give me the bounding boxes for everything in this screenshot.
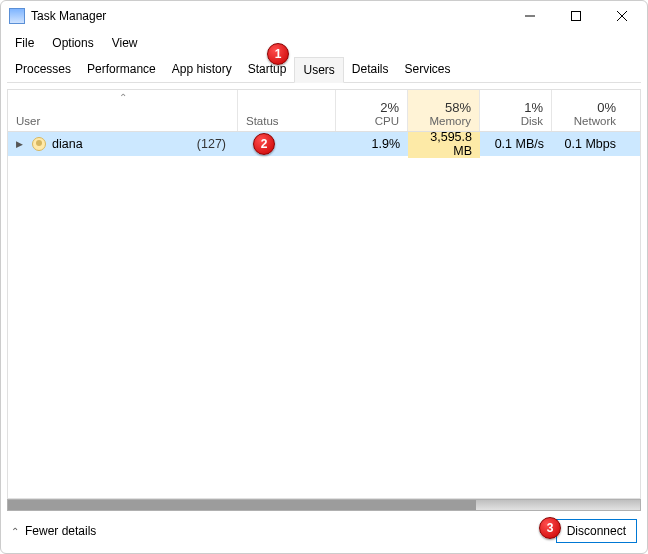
cell-cpu: 1.9% — [336, 137, 408, 151]
table-body: ▶ diana (127) 1.9% 3,595.8 MB 0.1 MB/s 0… — [8, 132, 640, 498]
callout-1: 1 — [267, 43, 289, 65]
window-controls — [507, 1, 645, 31]
cell-network: 0.1 Mbps — [552, 137, 624, 151]
user-name: diana — [52, 137, 83, 151]
column-headers: ⌃ User Status 2% CPU 58% Memory 1% Disk … — [8, 90, 640, 132]
scrollbar-thumb[interactable] — [8, 500, 476, 510]
column-status-label: Status — [246, 115, 327, 127]
menu-bar: File Options View — [1, 31, 647, 55]
cell-disk: 0.1 MB/s — [480, 137, 552, 151]
cell-user: ▶ diana (127) — [8, 137, 238, 151]
fewer-details-button[interactable]: ⌃ Fewer details — [11, 524, 96, 538]
fewer-details-label: Fewer details — [25, 524, 96, 538]
table-row[interactable]: ▶ diana (127) 1.9% 3,595.8 MB 0.1 MB/s 0… — [8, 132, 640, 156]
column-user[interactable]: ⌃ User — [8, 90, 238, 131]
column-user-label: User — [16, 115, 229, 127]
title-bar: Task Manager — [1, 1, 647, 31]
horizontal-scrollbar[interactable] — [7, 499, 641, 511]
tab-details[interactable]: Details — [344, 57, 397, 82]
menu-file[interactable]: File — [7, 33, 42, 53]
chevron-up-icon: ⌃ — [11, 526, 19, 537]
disconnect-button[interactable]: Disconnect — [556, 519, 637, 543]
expand-icon[interactable]: ▶ — [16, 139, 26, 149]
callout-2: 2 — [253, 133, 275, 155]
menu-options[interactable]: Options — [44, 33, 101, 53]
sort-indicator-icon: ⌃ — [119, 92, 127, 103]
column-memory-pct: 58% — [445, 100, 471, 115]
users-table: ⌃ User Status 2% CPU 58% Memory 1% Disk … — [7, 89, 641, 499]
column-cpu-label: CPU — [375, 115, 399, 127]
minimize-button[interactable] — [507, 1, 553, 31]
column-memory-label: Memory — [429, 115, 471, 127]
column-memory[interactable]: 58% Memory — [408, 90, 480, 131]
process-count: (127) — [197, 137, 230, 151]
column-network-pct: 0% — [597, 100, 616, 115]
cell-memory: 3,595.8 MB — [408, 132, 480, 158]
column-cpu-pct: 2% — [380, 100, 399, 115]
window-title: Task Manager — [31, 9, 106, 23]
tab-app-history[interactable]: App history — [164, 57, 240, 82]
column-network-label: Network — [574, 115, 616, 127]
app-icon — [9, 8, 25, 24]
maximize-button[interactable] — [553, 1, 599, 31]
svg-rect-1 — [572, 12, 581, 21]
tab-bar: Processes Performance App history Startu… — [7, 57, 641, 83]
column-disk-label: Disk — [521, 115, 543, 127]
column-status[interactable]: Status — [238, 90, 336, 131]
close-button[interactable] — [599, 1, 645, 31]
column-disk[interactable]: 1% Disk — [480, 90, 552, 131]
column-disk-pct: 1% — [524, 100, 543, 115]
tab-performance[interactable]: Performance — [79, 57, 164, 82]
user-icon — [32, 137, 46, 151]
column-network[interactable]: 0% Network — [552, 90, 624, 131]
tab-users[interactable]: Users — [294, 57, 343, 83]
column-cpu[interactable]: 2% CPU — [336, 90, 408, 131]
menu-view[interactable]: View — [104, 33, 146, 53]
tab-processes[interactable]: Processes — [7, 57, 79, 82]
footer: ⌃ Fewer details 3 Disconnect — [1, 511, 647, 553]
tab-services[interactable]: Services — [397, 57, 459, 82]
callout-3: 3 — [539, 517, 561, 539]
